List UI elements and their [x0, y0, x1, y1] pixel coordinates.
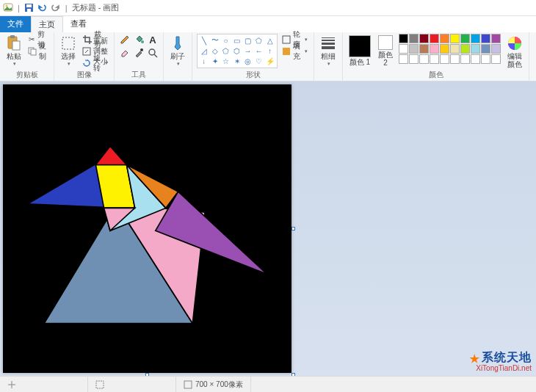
palette-color[interactable]	[460, 34, 470, 43]
tab-view[interactable]: 查看	[63, 16, 94, 32]
palette-color[interactable]	[399, 54, 408, 64]
palette-color[interactable]	[460, 44, 470, 54]
group-label-colors: 颜色	[347, 70, 524, 81]
shape-heart[interactable]: ♡	[254, 57, 264, 65]
shape-rect[interactable]: ▭	[232, 36, 242, 45]
shape-star5[interactable]: ☆	[221, 57, 231, 65]
brush-icon	[170, 35, 186, 51]
color2-button[interactable]: 颜色 2	[377, 34, 394, 68]
shape-line[interactable]: ╲	[199, 36, 209, 45]
resize-handle[interactable]	[291, 227, 295, 231]
palette-color[interactable]	[450, 34, 460, 43]
color2-swatch	[378, 35, 393, 50]
edit-colors-icon	[507, 35, 523, 51]
palette-color[interactable]	[481, 44, 490, 54]
undo-icon[interactable]	[37, 3, 48, 13]
color1-label: 颜色 1	[350, 58, 370, 66]
palette-color[interactable]	[450, 54, 460, 64]
shapes-gallery[interactable]: ╲ 〜 ○ ▭ ▢ ⬠ △ ◿ ◇ ⬠ ⬡ → ← ↑ ↓ ✦ ☆	[197, 34, 278, 68]
palette-color[interactable]	[409, 54, 419, 64]
resize-icon	[82, 46, 91, 57]
palette-color[interactable]	[491, 44, 501, 54]
palette-color[interactable]	[399, 44, 408, 54]
svg-rect-9	[31, 49, 36, 55]
palette-color[interactable]	[430, 54, 439, 64]
group-label-image: 图像	[59, 70, 109, 81]
palette-color[interactable]	[471, 54, 480, 64]
pencil-icon[interactable]	[119, 34, 131, 46]
palette-color[interactable]	[409, 44, 419, 54]
palette-color[interactable]	[440, 54, 449, 64]
palette-color[interactable]	[481, 54, 490, 64]
palette-color[interactable]	[440, 44, 449, 54]
brush-button[interactable]: 刷子	[168, 34, 187, 68]
palette-color[interactable]	[419, 54, 429, 64]
palette-color[interactable]	[481, 34, 490, 43]
dimensions-text: 700 × 700像素	[195, 380, 243, 390]
group-size: 粗细	[314, 32, 343, 81]
svg-rect-4	[27, 9, 31, 12]
shape-arrow-u[interactable]: ↑	[265, 46, 275, 55]
edit-colors-button[interactable]: 编辑颜色	[505, 34, 524, 70]
redo-icon[interactable]	[51, 3, 61, 13]
svg-rect-35	[96, 381, 104, 388]
watermark-zh: 系统天地	[482, 351, 532, 363]
palette-color[interactable]	[471, 34, 480, 43]
size-button[interactable]: 粗细	[319, 34, 338, 68]
palette-color[interactable]	[450, 44, 460, 54]
magnifier-icon[interactable]	[147, 47, 159, 59]
text-icon[interactable]: A	[147, 34, 159, 46]
save-icon[interactable]	[24, 3, 35, 13]
shape-roundrect[interactable]: ▢	[243, 36, 253, 45]
fill-icon[interactable]	[133, 34, 145, 46]
shape-arrow-r[interactable]: →	[243, 46, 253, 55]
shape-hexagon[interactable]: ⬡	[232, 46, 242, 55]
color2-label: 颜色 2	[378, 51, 393, 67]
palette-color[interactable]	[430, 34, 439, 43]
status-dimensions: 700 × 700像素	[176, 377, 251, 392]
paste-button[interactable]: 粘贴	[4, 34, 23, 68]
qat-separator: |	[65, 4, 68, 12]
eraser-icon[interactable]	[119, 47, 131, 59]
tab-file[interactable]: 文件	[0, 16, 31, 32]
color1-swatch	[349, 35, 371, 57]
palette-color[interactable]	[419, 34, 429, 43]
group-paint3d: 使用画图 3D 进行编辑	[529, 32, 536, 81]
shape-star6[interactable]: ✶	[232, 57, 242, 65]
shape-pentagon[interactable]: ⬠	[221, 46, 231, 55]
canvas-area[interactable]	[0, 81, 536, 376]
shape-star4[interactable]: ✦	[210, 57, 220, 65]
select-button[interactable]: 选择	[59, 34, 78, 68]
shape-callout[interactable]: ◎	[243, 57, 253, 65]
shape-right-tri[interactable]: ◿	[199, 46, 209, 55]
shape-curve[interactable]: 〜	[210, 36, 220, 45]
palette-color[interactable]	[399, 34, 408, 43]
palette-color[interactable]	[491, 34, 501, 43]
group-label-tools: 工具	[119, 70, 159, 81]
eyedropper-icon[interactable]	[133, 47, 145, 59]
palette-color[interactable]	[491, 54, 501, 64]
shape-arrow-d[interactable]: ↓	[199, 57, 209, 65]
palette-color[interactable]	[430, 44, 439, 54]
paste-label: 粘贴	[7, 52, 21, 60]
cursor-pos-icon	[7, 380, 16, 389]
shape-polygon[interactable]: ⬠	[254, 36, 264, 45]
copy-button[interactable]: 复制	[26, 46, 49, 57]
window-title: 无标题 - 画图	[72, 2, 120, 13]
canvas[interactable]	[3, 84, 291, 373]
palette-color[interactable]	[460, 54, 470, 64]
color1-button[interactable]: 颜色 1	[347, 34, 372, 68]
shape-oval[interactable]: ○	[221, 36, 231, 45]
rotate-button[interactable]: 旋转	[81, 57, 109, 68]
shape-diamond[interactable]: ◇	[210, 46, 220, 55]
palette-color[interactable]	[471, 44, 480, 54]
shape-lightning[interactable]: ⚡	[265, 57, 275, 65]
shape-triangle[interactable]: △	[265, 36, 275, 45]
svg-rect-6	[10, 35, 15, 38]
status-selection	[88, 377, 176, 392]
shape-arrow-l[interactable]: ←	[254, 46, 264, 55]
palette-color[interactable]	[440, 34, 449, 43]
shape-fill-button[interactable]: 填充	[280, 46, 309, 57]
palette-color[interactable]	[409, 34, 419, 43]
palette-color[interactable]	[419, 44, 429, 54]
